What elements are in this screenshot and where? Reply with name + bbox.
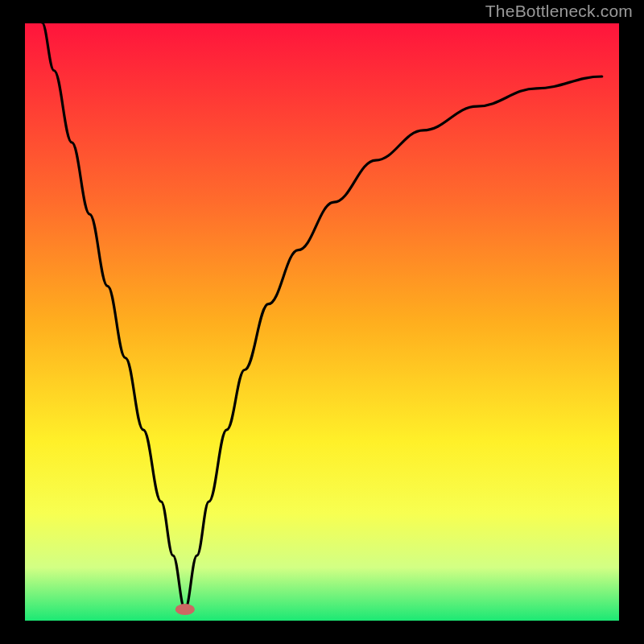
- minimum-marker: [175, 604, 195, 615]
- plot-background: [24, 23, 620, 621]
- watermark-text: TheBottleneck.com: [485, 2, 633, 21]
- chart-frame: TheBottleneck.com: [0, 0, 644, 644]
- chart-svg: [0, 0, 644, 644]
